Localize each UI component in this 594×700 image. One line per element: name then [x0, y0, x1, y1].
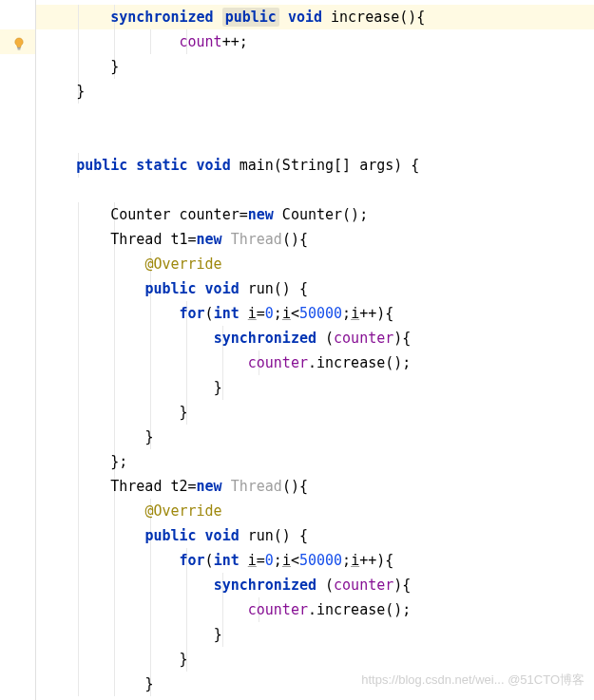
svg-rect-1: [18, 49, 21, 50]
code-token: counter: [248, 354, 308, 371]
watermark-text: https://blog.csdn.net/wei... @51CTO博客: [361, 668, 584, 692]
code-line[interactable]: synchronized (counter){: [36, 573, 594, 597]
editor-gutter: [0, 0, 36, 700]
code-line[interactable]: [36, 178, 594, 202]
code-token: }: [144, 675, 153, 692]
code-token: i: [351, 552, 359, 569]
code-token: int: [214, 305, 240, 322]
code-token: new: [197, 478, 222, 495]
code-line[interactable]: public void run() {: [36, 523, 594, 548]
code-line[interactable]: }: [36, 375, 594, 400]
code-token: }: [180, 651, 188, 668]
code-token: <: [291, 552, 299, 569]
code-token: @Override: [144, 255, 221, 273]
code-line[interactable]: count++;: [36, 29, 594, 54]
code-token: Counter counter=: [110, 206, 248, 223]
code-line[interactable]: counter.increase();: [36, 597, 594, 622]
code-token: main(String[] args) {: [231, 157, 420, 174]
code-token: ++){: [359, 305, 393, 322]
code-token: [222, 231, 231, 248]
code-line[interactable]: }: [36, 54, 594, 79]
code-line[interactable]: for(int i=0;i<50000;i++){: [36, 548, 594, 573]
code-token: 50000: [299, 305, 342, 322]
code-token: ){: [393, 330, 411, 347]
code-token: }: [180, 404, 188, 421]
code-line[interactable]: }: [36, 79, 594, 104]
code-line[interactable]: };: [36, 449, 594, 474]
code-token: void: [288, 9, 322, 26]
code-token: synchronized: [214, 577, 316, 594]
indent-guide: [222, 375, 223, 400]
code-line[interactable]: synchronized public void increase(){: [36, 5, 594, 29]
code-token: i: [282, 305, 291, 322]
code-token: [279, 9, 288, 26]
code-token: };: [110, 453, 127, 470]
code-line[interactable]: for(int i=0;i<50000;i++){: [36, 301, 594, 326]
code-line[interactable]: counter.increase();: [36, 350, 594, 375]
code-token: }: [144, 428, 153, 445]
code-token: [222, 478, 231, 495]
code-token: i: [248, 305, 257, 322]
code-line[interactable]: Thread t1=new Thread(){: [36, 227, 594, 252]
code-token: Thread: [231, 231, 282, 248]
code-token: run() {: [240, 280, 308, 297]
code-token: (){: [282, 478, 308, 495]
code-line[interactable]: Counter counter=new Counter();: [36, 202, 594, 227]
code-token: increase(){: [322, 9, 425, 26]
code-token: Thread: [231, 478, 282, 495]
code-line[interactable]: public static void main(String[] args) {: [36, 153, 594, 178]
code-token: (){: [282, 231, 308, 248]
code-token: ;: [342, 305, 351, 322]
code-token: (: [205, 305, 214, 322]
code-token: @Override: [144, 502, 221, 520]
code-token: <: [291, 305, 299, 322]
code-token: 0: [265, 305, 274, 322]
code-token: ++;: [222, 33, 248, 50]
code-line[interactable]: Thread t2=new Thread(){: [36, 474, 594, 499]
code-line[interactable]: @Override: [36, 252, 594, 276]
code-token: .increase();: [308, 601, 411, 618]
code-token: .increase();: [308, 354, 411, 371]
code-token: ;: [274, 305, 282, 322]
code-token: ++){: [359, 552, 393, 569]
code-token: counter: [248, 601, 308, 618]
code-line[interactable]: [36, 104, 594, 128]
code-token: synchronized: [110, 9, 221, 26]
code-token: int: [214, 552, 240, 569]
code-token: }: [110, 58, 119, 75]
code-token: ;: [342, 552, 351, 569]
code-token: new: [197, 231, 222, 248]
code-content[interactable]: synchronized public void increase(){ cou…: [36, 0, 594, 700]
code-token: [240, 552, 248, 569]
code-token: ){: [393, 577, 411, 594]
code-token: i: [351, 305, 359, 322]
indent-guide: [222, 622, 223, 647]
code-token: for: [180, 552, 205, 569]
code-token: Counter();: [274, 206, 368, 223]
code-token: new: [248, 206, 274, 223]
code-token: synchronized: [214, 330, 316, 347]
code-editor[interactable]: synchronized public void increase(){ cou…: [0, 0, 594, 700]
code-token: }: [214, 379, 222, 396]
code-token: =: [257, 552, 265, 569]
code-line[interactable]: }: [36, 425, 594, 449]
code-line[interactable]: [36, 128, 594, 153]
code-line[interactable]: }: [36, 400, 594, 425]
code-line[interactable]: public void run() {: [36, 276, 594, 301]
code-token: i: [282, 552, 291, 569]
code-token: (: [205, 552, 214, 569]
code-token: [240, 305, 248, 322]
code-token: counter: [334, 577, 393, 594]
code-token: }: [76, 83, 85, 100]
code-token: 0: [265, 552, 274, 569]
code-line[interactable]: synchronized (counter){: [36, 326, 594, 350]
code-token: i: [248, 552, 257, 569]
lightbulb-icon[interactable]: [12, 33, 26, 58]
code-token: count: [180, 33, 222, 50]
code-line[interactable]: }: [36, 622, 594, 647]
code-line[interactable]: @Override: [36, 499, 594, 523]
code-token: Thread t1=: [110, 231, 196, 248]
code-token: public void: [144, 280, 239, 297]
code-token: Thread t2=: [110, 478, 196, 495]
svg-rect-0: [17, 47, 20, 48]
